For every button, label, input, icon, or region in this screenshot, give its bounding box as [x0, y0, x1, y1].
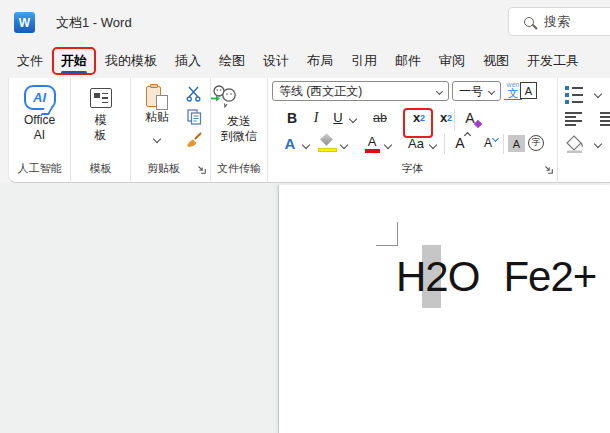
clipboard-dialog-launcher[interactable] — [197, 165, 206, 174]
change-case-button[interactable]: Aa — [403, 136, 429, 151]
group-label-clipboard: 剪贴板 — [131, 161, 196, 176]
font-name-value: 等线 (西文正文) — [279, 83, 362, 100]
group-label-template: 模板 — [71, 161, 130, 176]
group-ai: AI Office AI 人工智能 — [9, 78, 71, 182]
underline-button[interactable]: U — [330, 110, 346, 125]
clear-formatting-button[interactable]: A — [459, 110, 481, 126]
font-color-dropdown-icon[interactable] — [384, 141, 392, 149]
font-dialog-launcher[interactable] — [544, 165, 553, 174]
change-case-dropdown-icon[interactable] — [429, 141, 437, 149]
align-center-button[interactable] — [600, 112, 610, 128]
active-tab-underline — [61, 71, 87, 74]
tab-references[interactable]: 引用 — [342, 44, 386, 78]
character-shading-button[interactable]: A — [508, 135, 525, 152]
enclose-characters-button[interactable]: 字 — [528, 135, 544, 151]
copy-icon — [187, 109, 202, 125]
wechat-label-line2: 到微信 — [211, 129, 267, 144]
tab-review[interactable]: 审阅 — [430, 44, 474, 78]
search-icon — [524, 17, 534, 27]
document-text[interactable]: H2OFe2+ — [396, 245, 596, 308]
font-size-combobox[interactable]: 一号 — [452, 81, 501, 101]
office-ai-button[interactable]: AI Office AI — [9, 85, 70, 143]
font-size-dropdown-icon — [488, 87, 495, 94]
superscript-button[interactable]: x2 — [436, 110, 456, 125]
strikethrough-button[interactable]: ab — [368, 111, 392, 125]
highlight-color-button[interactable] — [318, 135, 337, 152]
font-color-red-bar — [365, 149, 380, 153]
bullet-list-dropdown-icon[interactable] — [594, 90, 602, 98]
shading-bucket-icon[interactable] — [565, 135, 585, 153]
format-painter-button[interactable] — [184, 131, 204, 152]
wechat-label-line1: 发送 — [211, 114, 267, 129]
copy-button[interactable] — [184, 109, 204, 129]
format-painter-brush-icon — [186, 131, 203, 148]
highlighter-yellow-bar — [318, 148, 337, 152]
text-selected-2: 2 — [425, 253, 447, 300]
bold-button[interactable]: B — [284, 110, 300, 126]
ai-chat-bubble-icon: AI — [24, 85, 56, 110]
template-button[interactable]: 模 板 — [71, 88, 130, 143]
text-effects-dropdown-icon[interactable] — [302, 141, 310, 149]
font-color-a: A — [368, 134, 377, 149]
underline-dropdown-icon[interactable] — [349, 115, 357, 123]
text-effects-button[interactable]: A — [280, 135, 300, 152]
font-color-button[interactable]: A — [363, 134, 381, 153]
shrink-font-button[interactable]: A — [477, 136, 499, 150]
group-clipboard: 粘贴 剪贴板 — [131, 78, 211, 182]
template-label-line2: 板 — [71, 128, 130, 143]
wechat-icon — [211, 84, 237, 108]
superscript-x: x — [440, 110, 447, 125]
window-title: 文档1 - Word — [56, 14, 132, 32]
italic-button[interactable]: I — [309, 110, 323, 126]
group-label-ai: 人工智能 — [9, 161, 70, 176]
group-label-file-transfer: 文件传输 — [211, 161, 267, 176]
paste-button[interactable]: 粘贴 — [137, 84, 177, 146]
grow-font-a: A — [455, 135, 464, 151]
tab-view[interactable]: 视图 — [474, 44, 518, 78]
ribbon: AI Office AI 人工智能 模 板 模板 粘贴 — [8, 78, 610, 183]
text-h: H — [396, 253, 425, 300]
document-area: H2OFe2+ — [0, 183, 610, 433]
word-app-icon: W — [14, 12, 35, 33]
tab-layout[interactable]: 布局 — [298, 44, 342, 78]
title-bar: W 文档1 - Word 搜索 — [0, 0, 610, 44]
character-border-button[interactable]: A — [520, 82, 537, 99]
group-label-font: 字体 — [268, 161, 557, 176]
grow-font-button[interactable]: A — [449, 135, 471, 151]
cut-button[interactable] — [184, 86, 204, 106]
template-label-line1: 模 — [71, 113, 130, 128]
group-font: 等线 (西文正文) 一号 wén 文 A B I U ab x2 x2 A — [268, 78, 558, 182]
tab-my-templates[interactable]: 我的模板 — [96, 44, 166, 78]
highlight-dropdown-icon[interactable] — [340, 141, 348, 149]
paste-label: 粘贴 — [137, 110, 177, 125]
ribbon-tabs: 文件 开始 我的模板 插入 绘图 设计 布局 引用 邮件 审阅 视图 开发工具 — [0, 44, 610, 78]
bullet-list-button[interactable] — [565, 86, 583, 107]
margin-corner-mark — [376, 222, 398, 246]
group-template: 模 板 模板 — [71, 78, 131, 182]
document-page[interactable]: H2OFe2+ — [278, 185, 610, 433]
font-name-combobox[interactable]: 等线 (西文正文) — [272, 81, 449, 101]
paste-clipboard-icon — [146, 84, 168, 110]
search-box[interactable]: 搜索 — [508, 7, 610, 36]
tab-home[interactable]: 开始 — [52, 44, 96, 78]
group-file-transfer: 发送 到微信 文件传输 — [211, 78, 268, 182]
tab-file[interactable]: 文件 — [8, 44, 52, 78]
highlighter-pen-icon — [320, 133, 333, 146]
tab-design[interactable]: 设计 — [254, 44, 298, 78]
tab-home-label: 开始 — [61, 52, 87, 70]
tab-insert[interactable]: 插入 — [166, 44, 210, 78]
paste-dropdown-icon[interactable] — [153, 135, 161, 143]
template-icon — [90, 88, 112, 108]
align-left-button[interactable] — [565, 112, 582, 128]
shading-dropdown-icon[interactable] — [594, 140, 602, 148]
font-name-dropdown-icon — [436, 87, 443, 94]
eraser-icon — [474, 120, 482, 128]
grow-caret-icon — [464, 132, 471, 139]
send-to-wechat-button[interactable]: 发送 到微信 — [211, 78, 267, 144]
office-ai-label-line1: Office — [9, 113, 70, 128]
tab-mailings[interactable]: 邮件 — [386, 44, 430, 78]
tab-draw[interactable]: 绘图 — [210, 44, 254, 78]
tab-developer[interactable]: 开发工具 — [518, 44, 588, 78]
search-placeholder: 搜索 — [544, 13, 570, 31]
shrink-caret-icon — [492, 135, 499, 142]
